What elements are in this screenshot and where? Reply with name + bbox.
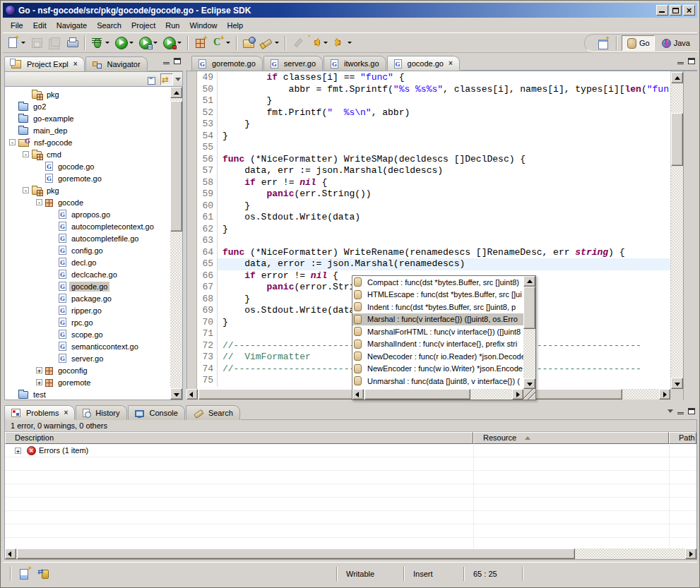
tree-item-pkg[interactable]: pkg [5,88,170,100]
view-menu-icon[interactable] [668,409,673,416]
tree-item-autocompletecontext-go[interactable]: autocompletecontext.go [5,220,170,232]
popup-hscroll-thumb[interactable] [364,389,470,400]
fast-view-icon[interactable] [18,568,31,581]
dropdown-arrow-icon[interactable] [324,42,328,46]
editor-scroll-left-button[interactable] [186,389,198,400]
tree-scrollbar-thumb[interactable] [170,101,182,232]
problems-tab-console[interactable]: Console [128,405,185,420]
editor-scroll-down-button[interactable] [671,378,683,389]
new-go-package-button[interactable] [192,35,208,52]
code-line[interactable]: 64func (*NiceFormatter) WriteRename(rena… [198,247,670,259]
minimize-view-icon[interactable] [163,62,170,64]
menu-run[interactable]: Run [160,20,184,31]
go-refresh-button[interactable] [210,35,232,52]
popup-scroll-down-button[interactable] [523,378,535,389]
tree-item-autocompletefile-go[interactable]: autocompletefile.go [5,232,170,244]
collapse-all-icon[interactable] [146,73,158,85]
dropdown-arrow-icon[interactable] [348,42,352,46]
run-config-button[interactable] [161,35,184,52]
tree-item-nsf-gocode[interactable]: -nsf-gocode [5,136,170,148]
code-line[interactable]: 50 abbr = fmt.Sprintf("%s %s%s", classes… [198,84,670,96]
dropdown-arrow-icon[interactable] [153,42,158,46]
tree-item-go2[interactable]: go2 [5,100,170,112]
perspective-go[interactable]: Go [622,35,655,51]
search-flashlight-button[interactable] [259,35,281,52]
tree-item-declcache-go[interactable]: declcache.go [5,268,170,280]
code-line[interactable]: 52 fmt.Printf(" %s\n", abbr) [198,107,670,119]
dropdown-arrow-icon[interactable] [21,42,25,46]
tree-item-goconfig[interactable]: +goconfig [5,364,170,376]
column-header-description[interactable]: Description [5,432,473,444]
code-line[interactable]: 53 } [198,119,670,131]
annotation-ruler[interactable] [187,71,197,389]
dropdown-arrow-icon[interactable] [275,42,279,46]
tree-item-gocode[interactable]: -gocode [5,196,170,208]
tree-item-config-go[interactable]: config.go [5,244,170,256]
popup-vscroll-thumb[interactable] [523,287,535,329]
tab-close-icon[interactable]: × [449,60,453,67]
popup-scroll-left-button[interactable] [352,389,364,400]
problems-scroll-left-button[interactable] [5,548,16,559]
tree-item-server-go[interactable]: server.go [5,352,170,364]
close-button[interactable] [683,5,695,16]
menu-project[interactable]: Project [126,20,160,31]
tree-item-go-example[interactable]: go-example [5,112,170,124]
problems-row[interactable]: +Errors (1 item) [5,444,696,457]
code-line[interactable]: 51 } [198,95,670,107]
code-line[interactable]: 65 data, error := json.Marshal(renamedes… [198,258,670,270]
tree-item-gocode-go[interactable]: gocode.go [5,280,170,292]
menu-navigate[interactable]: Navigate [52,20,92,31]
code-line[interactable]: 59 panic(err.String()) [198,188,670,200]
tab-close-icon[interactable]: × [73,61,78,68]
tree-item-gocode-go[interactable]: gocode.go [5,160,170,172]
completion-item[interactable]: MarshalIndent : func(v interface{}, pref… [352,338,523,351]
forward-button[interactable] [331,35,354,52]
debug-button[interactable] [89,35,112,52]
code-line[interactable]: 62} [198,224,670,236]
menu-help[interactable]: Help [223,20,249,31]
maximize-button[interactable] [670,5,682,16]
dropdown-arrow-icon[interactable] [129,42,134,46]
menu-window[interactable]: Window [184,20,222,31]
editor-tab-goremote-go[interactable]: goremote.go [191,56,263,71]
code-line[interactable]: 56func (*NiceFormatter) WriteSMap(declde… [198,154,670,166]
open-resource-button[interactable] [241,35,257,52]
tree-expander-icon[interactable]: - [23,187,29,193]
new-wizard-button[interactable] [5,35,28,52]
problems-hscroll-thumb[interactable] [17,548,575,559]
save-all-button[interactable] [47,35,63,52]
dropdown-arrow-icon[interactable] [105,42,109,46]
tree-expander-icon[interactable]: - [9,139,16,145]
completion-item[interactable]: Compact : func(dst *bytes.Buffer, src []… [352,276,523,289]
editor-vscroll-thumb[interactable] [671,113,683,166]
maximize-view-icon[interactable] [688,408,695,414]
tree-expander-icon[interactable]: - [23,151,29,157]
tree-expander-icon[interactable]: + [36,379,42,385]
minimize-view-icon[interactable] [677,412,684,414]
code-line[interactable]: 60 } [198,200,670,212]
problems-tab-search[interactable]: Search [186,405,240,420]
menu-file[interactable]: File [6,20,28,31]
code-line[interactable]: 49 if classes[i] == "func" { [198,72,670,84]
tree-item-rpc-go[interactable]: rpc.go [5,316,170,328]
completion-item[interactable]: HTMLEscape : func(dst *bytes.Buffer, src… [352,289,523,301]
back-button[interactable]: * [307,35,330,52]
tree-item-apropos-go[interactable]: apropos.go [5,208,170,220]
tree-expander-icon[interactable]: + [36,367,42,373]
explorer-tab-project-expl[interactable]: Project Expl× [4,56,85,71]
tree-item-decl-go[interactable]: decl.go [5,256,170,268]
run-history-button[interactable] [137,35,160,52]
completion-item[interactable]: Marshal : func(v interface{}) ([]uint8, … [352,313,523,326]
perspective-java[interactable]: Java [656,35,695,51]
tree-item-package-go[interactable]: package.go [5,292,170,304]
menu-search[interactable]: Search [92,20,126,31]
completion-item[interactable]: Unmarshal : func(data []uint8, v interfa… [352,375,523,388]
tree-item-goremote[interactable]: +goremote [5,376,170,388]
minimize-editor-icon[interactable] [677,62,684,64]
title-bar[interactable]: Go - nsf-gocode/src/pkg/gocode/gocode.go… [3,3,697,18]
tree-item-goremote-go[interactable]: goremote.go [5,172,170,184]
dropdown-arrow-icon[interactable] [226,42,230,46]
code-line[interactable]: 58 if err != nil { [198,177,670,189]
link-with-editor-icon[interactable] [160,73,173,85]
editor-tab-itworks-go[interactable]: itworks.go [324,56,386,71]
